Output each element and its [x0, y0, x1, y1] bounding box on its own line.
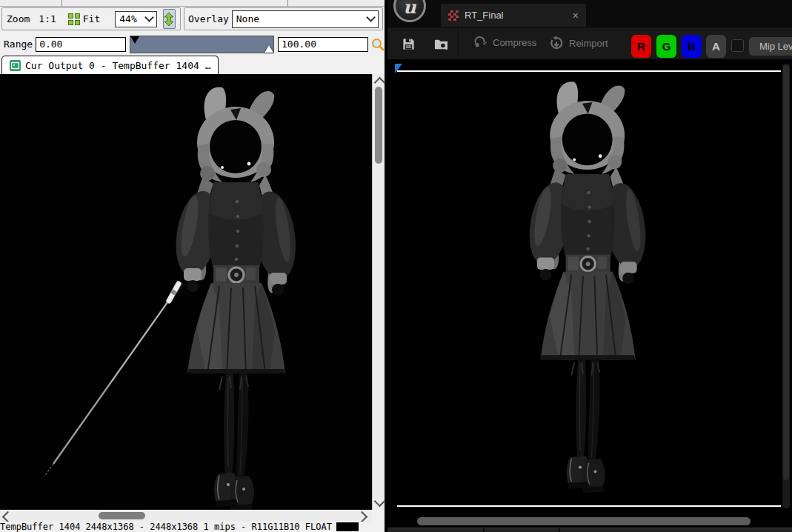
range-black-handle[interactable]: [130, 36, 139, 44]
panel-divider: [559, 528, 560, 532]
bottom-panel-strip: [387, 528, 792, 532]
texture-toolbar: Compress Reimport R G B A Mip Level: [387, 27, 792, 59]
divider: [61, 0, 62, 6]
compress-button[interactable]: Compress: [473, 36, 536, 50]
texture-frame: [397, 70, 781, 507]
range-autofit-button[interactable]: [371, 38, 385, 51]
reimport-icon: [549, 36, 564, 50]
unreal-logo-icon[interactable]: u: [393, 0, 426, 22]
texture-checker-icon: [448, 10, 459, 21]
reimport-button[interactable]: Reimport: [549, 36, 608, 50]
reimport-label: Reimport: [569, 38, 608, 49]
tab-rt-final[interactable]: RT_Final ×: [441, 4, 586, 27]
status-bar: TempBuffer 1404 2448x1368 - 2448x1368 1 …: [0, 522, 385, 532]
character-render: [0, 74, 372, 510]
panel-divider: [483, 528, 485, 532]
horizontal-scrollbar-thumb[interactable]: [417, 517, 751, 525]
toolbar-divider: [459, 27, 459, 60]
image-icon: [10, 60, 21, 71]
fit-button[interactable]: Fit: [65, 12, 103, 27]
mip-level-label: Mip Level: [759, 41, 792, 52]
zoom-level-combo[interactable]: 44%: [115, 11, 156, 27]
channel-g-button[interactable]: G: [656, 35, 676, 58]
overlay-label: Overlay: [188, 13, 229, 24]
mip-level-dropdown[interactable]: Mip Level: [749, 37, 792, 56]
scroll-left-icon[interactable]: [2, 511, 14, 523]
range-black-point-input[interactable]: [36, 37, 126, 52]
zoom-group: Zoom 1:1 Fit 44%: [1, 7, 181, 30]
texture-tab-bar: Cur Output 0 - TempBuffer 1404 …: [0, 56, 385, 74]
zoom-level-value: 44%: [119, 13, 136, 24]
fit-label: Fit: [83, 13, 100, 24]
fit-icon: [68, 13, 80, 25]
range-label: Range: [4, 39, 33, 50]
horizontal-scrollbar-thumb[interactable]: [99, 512, 145, 519]
tab-label: RT_Final: [465, 10, 504, 21]
flip-y-button[interactable]: [163, 9, 176, 29]
range-white-point-input[interactable]: [278, 37, 368, 52]
updown-arrow-icon: [164, 12, 174, 27]
vertical-scrollbar[interactable]: [372, 74, 385, 510]
save-button[interactable]: [399, 36, 417, 52]
overlay-value: None: [236, 13, 259, 24]
app-root: { "left_panel": { "title": "RenderDoc Te…: [0, 0, 792, 532]
chevron-down-icon: [144, 13, 154, 22]
chevron-down-icon: [366, 13, 376, 22]
actual-size-button[interactable]: 1:1: [36, 12, 59, 26]
compress-icon: [473, 36, 487, 50]
range-slider[interactable]: [130, 36, 274, 53]
mip-level-checkbox[interactable]: [731, 39, 744, 52]
range-toolbar: Range: [0, 33, 385, 56]
texture-viewport-right[interactable]: [387, 59, 792, 528]
status-text: TempBuffer 1404 2448x1368 - 2448x1368 1 …: [0, 522, 332, 532]
vertical-scrollbar-thumb[interactable]: [783, 65, 789, 480]
channel-r-button[interactable]: R: [631, 35, 651, 58]
unreal-texture-editor-panel: u RT_Final ×: [387, 0, 792, 532]
tab-label: Cur Output 0 - TempBuffer 1404 …: [25, 60, 210, 71]
scroll-right-icon[interactable]: [356, 511, 368, 523]
range-white-handle[interactable]: [264, 45, 273, 53]
renderdoc-texture-viewer-panel: Zoom 1:1 Fit 44% Overlay None: [0, 0, 386, 532]
vertical-scrollbar-thumb[interactable]: [375, 87, 382, 164]
channel-b-button[interactable]: B: [682, 35, 702, 58]
zoom-label: Zoom: [7, 13, 30, 24]
divider: [287, 0, 288, 6]
save-icon: [402, 37, 416, 51]
channel-a-button[interactable]: A: [706, 35, 726, 58]
zoom-toolbar: Zoom 1:1 Fit 44% Overlay None: [0, 7, 385, 32]
vertical-scrollbar[interactable]: [782, 64, 790, 508]
folder-search-icon: [433, 37, 449, 51]
editor-tab-bar: u RT_Final ×: [387, 0, 792, 27]
compress-label: Compress: [493, 37, 536, 48]
character-render: [397, 72, 781, 505]
find-in-content-browser-button[interactable]: [432, 36, 450, 52]
scroll-down-icon[interactable]: [374, 496, 386, 508]
window-top-strip: [0, 0, 385, 7]
overlay-group: Overlay None: [184, 7, 383, 30]
sword: [44, 282, 180, 476]
horizontal-scrollbar[interactable]: [0, 510, 372, 522]
tab-cur-output[interactable]: Cur Output 0 - TempBuffer 1404 …: [1, 56, 219, 74]
texture-viewport-left[interactable]: [0, 74, 372, 510]
close-icon[interactable]: ×: [573, 10, 579, 21]
magnifier-icon: [371, 38, 385, 51]
overlay-combo[interactable]: None: [232, 10, 379, 28]
pixel-color-swatch: [336, 522, 359, 531]
